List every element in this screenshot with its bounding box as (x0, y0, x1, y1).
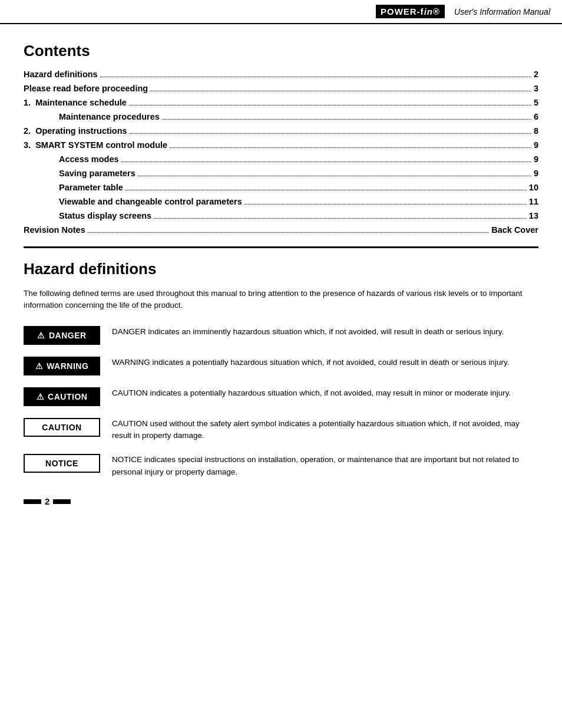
notice-description: NOTICE indicates special instructions on… (112, 454, 538, 479)
notice-label: NOTICE (45, 459, 78, 468)
toc-dots (129, 105, 531, 106)
toc-dots (121, 162, 531, 162)
toc-item-read: Please read before proceeding 3 (24, 84, 538, 93)
warning-description: WARNING indicates a potentially hazardou… (112, 357, 538, 369)
toc-page: 9 (534, 169, 538, 178)
footer-bar-left (24, 499, 41, 504)
toc-dots (150, 91, 531, 91)
logo-italic: in (424, 6, 433, 17)
toc-label: Maintenance procedures (59, 112, 160, 121)
toc-page: 8 (534, 126, 538, 136)
toc-item-hazard: Hazard definitions 2 (24, 70, 538, 79)
toc-item-maintenance: 1. Maintenance schedule 5 (24, 98, 538, 107)
toc-item-saving: Saving parameters 9 (24, 169, 538, 178)
hazard-row-danger: ⚠ DANGER DANGER indicates an imminently … (24, 326, 538, 345)
toc-label: Saving parameters (59, 169, 135, 178)
toc-page: Back Cover (491, 225, 538, 235)
toc-dots (170, 147, 531, 148)
toc-dots (138, 176, 531, 176)
hazard-row-caution-plain: CAUTION CAUTION used without the safety … (24, 418, 538, 443)
toc-label: 1. Maintenance schedule (24, 98, 127, 107)
toc-dots (100, 77, 531, 77)
toc-dots (130, 133, 531, 134)
toc-dots (244, 204, 527, 205)
page-number: 2 (45, 496, 49, 506)
brand-logo: POWER-fin® (376, 5, 445, 18)
toc-item-access: Access modes 9 (24, 154, 538, 164)
toc-item-revision: Revision Notes Back Cover (24, 225, 538, 235)
caution-symbol-badge: ⚠ CAUTION (24, 387, 100, 406)
notice-badge: NOTICE (24, 454, 100, 473)
danger-badge: ⚠ DANGER (24, 326, 100, 345)
toc-dots (125, 190, 527, 190)
toc-page: 10 (529, 183, 538, 192)
hazard-intro-text: The following defined terms are used thr… (24, 288, 538, 312)
toc-label: 2. Operating instructions (24, 126, 127, 136)
toc-label: Hazard definitions (24, 70, 98, 79)
toc-item-status: Status display screens 13 (24, 211, 538, 220)
alert-triangle-icon: ⚠ (35, 361, 44, 371)
alert-triangle-icon: ⚠ (37, 331, 45, 340)
caution-plain-label: CAUTION (42, 423, 81, 432)
toc-label: Status display screens (59, 211, 151, 220)
footer-bar-right (53, 499, 71, 504)
manual-title: User's Information Manual (454, 7, 550, 17)
toc-label: Parameter table (59, 183, 123, 192)
page-content: Contents Hazard definitions 2 Please rea… (0, 24, 562, 530)
toc-label: 3. SMART SYSTEM control module (24, 140, 167, 150)
danger-description: DANGER indicates an imminently hazardous… (112, 326, 538, 338)
toc-item-maintenance-proc: Maintenance procedures 6 (24, 112, 538, 121)
toc-page: 9 (534, 154, 538, 164)
toc-label: Viewable and changeable control paramete… (59, 197, 242, 206)
caution-plain-badge: CAUTION (24, 418, 100, 437)
caution-plain-description: CAUTION used without the safety alert sy… (112, 418, 538, 443)
page-header: POWER-fin® User's Information Manual (0, 0, 562, 24)
toc-dots (88, 232, 489, 233)
danger-label: DANGER (49, 331, 87, 340)
toc-item-smart: 3. SMART SYSTEM control module 9 (24, 140, 538, 150)
toc-item-param-table: Parameter table 10 (24, 183, 538, 192)
toc-page: 5 (534, 98, 538, 107)
contents-title: Contents (24, 42, 538, 60)
toc-dots (162, 119, 531, 120)
hazard-row-notice: NOTICE NOTICE indicates special instruct… (24, 454, 538, 479)
toc-page: 9 (534, 140, 538, 150)
page-footer: 2 (24, 496, 538, 506)
hazard-row-warning: ⚠ WARNING WARNING indicates a potentiall… (24, 357, 538, 375)
toc-page: 11 (529, 197, 538, 206)
toc-page: 2 (534, 70, 538, 79)
warning-label: WARNING (47, 361, 88, 371)
hazard-row-caution-symbol: ⚠ CAUTION CAUTION indicates a potentiall… (24, 387, 538, 406)
hazard-section-title: Hazard definitions (24, 260, 538, 278)
toc-label: Please read before proceeding (24, 84, 148, 93)
caution-symbol-label: CAUTION (48, 392, 87, 401)
caution-symbol-description: CAUTION indicates a potentially hazardou… (112, 387, 538, 400)
table-of-contents: Hazard definitions 2 Please read before … (24, 70, 538, 235)
toc-label: Access modes (59, 154, 119, 164)
toc-page: 6 (534, 112, 538, 121)
section-divider (24, 246, 538, 248)
alert-triangle-icon: ⚠ (37, 392, 45, 401)
toc-page: 3 (534, 84, 538, 93)
toc-label: Revision Notes (24, 225, 85, 235)
toc-item-viewable: Viewable and changeable control paramete… (24, 197, 538, 206)
toc-item-operating: 2. Operating instructions 8 (24, 126, 538, 136)
toc-page: 13 (529, 211, 538, 220)
toc-dots (154, 218, 527, 219)
warning-badge: ⚠ WARNING (24, 357, 100, 375)
